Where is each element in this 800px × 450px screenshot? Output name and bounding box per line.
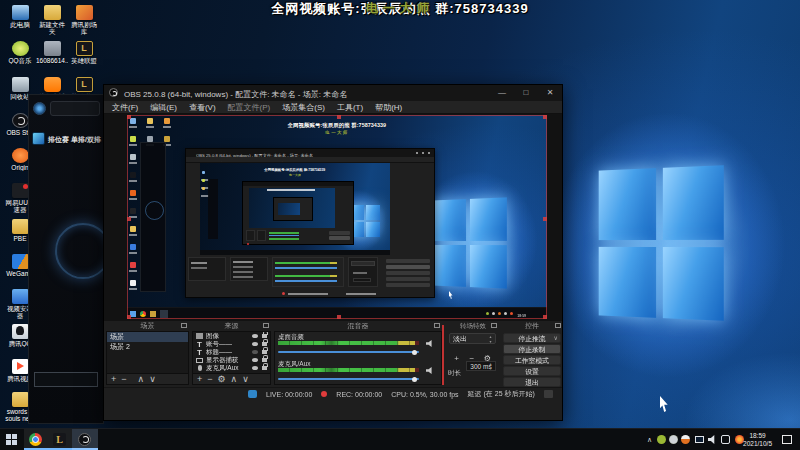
delay-status: 延迟 (在 25 秒后开始) — [468, 389, 535, 399]
speaker-icon[interactable] — [708, 435, 717, 444]
lobby-button[interactable] — [50, 101, 100, 116]
spinner-arrows-icon[interactable]: ▴▾ — [487, 362, 494, 371]
transition-select[interactable]: 淡出▴▾ — [449, 333, 496, 344]
dock-popout-icon[interactable] — [263, 323, 269, 328]
text-source-icon: T — [196, 341, 203, 348]
source-up-button[interactable]: ∧ — [231, 374, 238, 384]
monitor-icon[interactable] — [695, 436, 704, 443]
dock-popout-icon[interactable] — [491, 323, 497, 328]
lock-icon[interactable] — [262, 334, 267, 338]
clock-time: 18:59 — [743, 432, 772, 440]
dock-popout-icon[interactable] — [181, 323, 187, 328]
menu-scene-collection[interactable]: 场景集合(S) — [276, 102, 331, 113]
scene-down-button[interactable]: ∨ — [149, 374, 156, 384]
visibility-icon[interactable] — [252, 334, 258, 338]
scene-up-button[interactable]: ∧ — [138, 374, 145, 384]
visibility-icon[interactable] — [252, 342, 258, 346]
orange-dot-icon[interactable] — [681, 435, 690, 444]
taskbar-obs[interactable] — [72, 429, 98, 450]
desktop-icon-tencent-media[interactable]: 腾讯剧场库 — [68, 5, 100, 35]
source-row[interactable]: 麦克风/Aux — [193, 364, 270, 372]
action-center-icon[interactable] — [782, 435, 792, 444]
menu-view[interactable]: 查看(V) — [183, 102, 222, 113]
dock-popout-icon[interactable] — [555, 323, 561, 328]
league-icon: L — [76, 77, 93, 92]
minimize-button[interactable]: — — [490, 85, 514, 101]
window-title: OBS 25.0.8 (64-bit, windows) - 配置文件: 未命名… — [124, 89, 347, 100]
lock-icon[interactable] — [262, 366, 267, 370]
menu-help[interactable]: 帮助(H) — [369, 102, 408, 113]
visibility-icon[interactable] — [252, 358, 258, 362]
league-client-window[interactable]: 排位赛 单排/双排 — [28, 94, 104, 424]
green-dot-icon[interactable] — [657, 435, 666, 444]
scenes-dock: 场景 场景 场景 2 + − ∧ ∨ — [106, 321, 189, 387]
lock-icon[interactable] — [262, 350, 267, 354]
remove-source-button[interactable]: − — [207, 374, 212, 384]
duration-label: 时长 — [448, 369, 461, 376]
visibility-icon[interactable] — [252, 366, 258, 370]
taskbar-league[interactable]: L — [48, 429, 72, 450]
add-source-button[interactable]: + — [197, 374, 202, 384]
queue-label: 排位赛 单排/双排 — [48, 135, 101, 145]
douyu-icon — [44, 77, 61, 92]
menu-tools[interactable]: 工具(T) — [331, 102, 369, 113]
source-down-button[interactable]: ∨ — [242, 374, 249, 384]
grey-circle-icon[interactable] — [669, 435, 678, 444]
studio-mode-button[interactable]: 工作室模式 — [503, 355, 561, 365]
remove-scene-button[interactable]: − — [121, 374, 126, 384]
start-button[interactable] — [0, 429, 24, 450]
close-button[interactable]: ✕ — [538, 85, 562, 101]
obs-titlebar[interactable]: OBS 25.0.8 (64-bit, windows) - 配置文件: 未命名… — [104, 85, 562, 101]
mixer-header[interactable]: 混音器 — [274, 321, 442, 331]
summoner-avatar[interactable] — [33, 102, 46, 115]
mini-icon — [130, 208, 136, 214]
add-scene-button[interactable]: + — [111, 374, 116, 384]
lock-icon[interactable] — [262, 342, 267, 346]
display-capture-preview[interactable]: 全网视频账号:张辰辰的熊 群:758734339 电一大师 — [127, 115, 547, 319]
desktop-icon-number-folder[interactable]: 16086614... — [36, 41, 68, 64]
exit-button[interactable]: 退出 — [503, 377, 561, 387]
obs-preview-area[interactable]: 全网视频账号:张辰辰的熊 群:758734339 电一大师 — [104, 114, 562, 321]
live-badge-icon — [248, 390, 257, 398]
taskbar-chrome[interactable] — [24, 429, 48, 450]
duration-input[interactable]: 300 ms▴▾ — [466, 361, 496, 371]
obs-icon — [78, 433, 91, 446]
volume-slider[interactable] — [278, 351, 419, 353]
settings-button[interactable]: 设置 — [503, 366, 561, 376]
desktop: 全网视频账号:张辰辰的熊 群:758734339 电一大师 此电脑 新建文件夹 … — [0, 0, 800, 450]
windows-logo — [599, 165, 724, 321]
menu-profile[interactable]: 配置文件(P) — [222, 102, 277, 113]
mini-icon — [130, 226, 136, 232]
lock-icon[interactable] — [262, 358, 267, 362]
speaker-icon[interactable] — [426, 367, 434, 374]
device-icon[interactable] — [721, 435, 730, 444]
scene-item-selected[interactable]: 场景 — [107, 332, 188, 342]
tray-expand-icon[interactable]: ∧ — [647, 436, 652, 444]
menu-edit[interactable]: 编辑(E) — [144, 102, 183, 113]
dock-popout-icon[interactable] — [434, 323, 440, 328]
scenes-header[interactable]: 场景 — [106, 321, 189, 331]
desktop-icon-this-pc[interactable]: 此电脑 — [4, 5, 36, 28]
source-properties-button[interactable]: ⚙ — [218, 374, 226, 384]
desktop-icon-lol[interactable]: L英雄联盟 — [68, 41, 100, 64]
scene-item[interactable]: 场景 2 — [107, 342, 188, 352]
visibility-off-icon[interactable] — [252, 350, 258, 354]
desktop-icon-qq-music[interactable]: QQ音乐 — [4, 41, 36, 64]
ranked-queue-icon — [32, 132, 45, 145]
volume-slider[interactable] — [278, 378, 419, 380]
text-source-icon: T — [196, 349, 203, 356]
speaker-icon[interactable] — [426, 340, 434, 347]
desktop-icon-new-folder[interactable]: 新建文件夹 — [36, 5, 68, 35]
maximize-button[interactable]: □ — [514, 85, 538, 101]
chevron-down-icon[interactable]: ∨ — [554, 334, 558, 343]
obs-window-recursive-4 — [273, 197, 313, 221]
stop-streaming-button[interactable]: 停止推流∨ — [503, 333, 561, 343]
taskbar-clock[interactable]: 18:59 2021/10/5 — [743, 432, 772, 447]
mini-chrome-icon — [140, 311, 146, 317]
chat-input[interactable] — [34, 372, 98, 387]
spinner-arrows-icon[interactable]: ▴▾ — [487, 335, 494, 344]
menu-file[interactable]: 文件(F) — [106, 102, 144, 113]
controls-header[interactable]: 控件 — [501, 321, 563, 331]
sources-header[interactable]: 来源 — [192, 321, 271, 331]
stop-recording-button[interactable]: 停止录制 — [503, 344, 561, 354]
